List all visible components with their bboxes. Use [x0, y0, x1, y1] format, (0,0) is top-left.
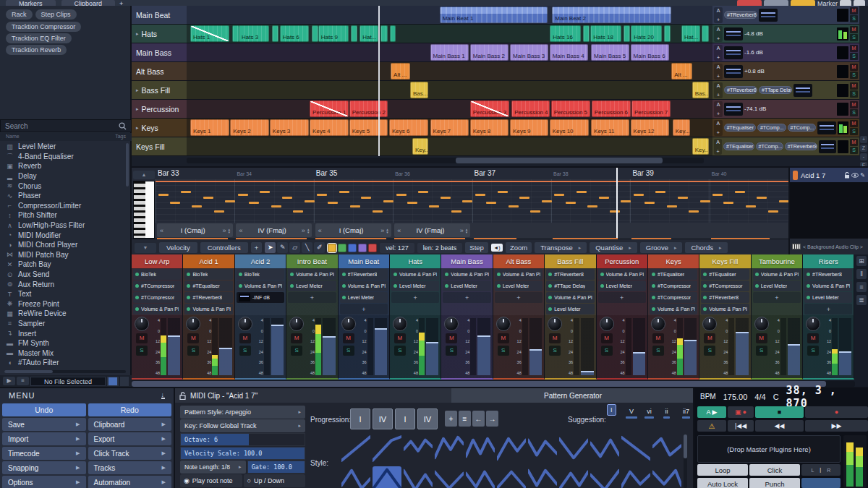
- volume-fader[interactable]: [819, 140, 836, 153]
- progression-button-0[interactable]: +: [445, 411, 457, 427]
- mixer-strip-name[interactable]: Low Arp: [132, 254, 182, 268]
- add-plugin-button[interactable]: +: [717, 74, 720, 79]
- plugin-enabled-dot[interactable]: [703, 296, 707, 299]
- strip-solo-button[interactable]: S: [549, 346, 561, 356]
- midi-note[interactable]: [203, 197, 213, 199]
- add-plugin-row[interactable]: +: [443, 292, 490, 303]
- groove-menu-button[interactable]: Groove▸: [640, 242, 683, 253]
- preview-options-button[interactable]: [120, 377, 129, 386]
- plugin-enabled-dot[interactable]: [755, 273, 759, 276]
- track-header-alt-bass[interactable]: Alt Bass: [132, 62, 187, 81]
- plugin-chip-tequaliser[interactable]: #TEqualiser: [723, 142, 754, 150]
- track-lane-main-beat[interactable]: Main Beat 1Main Beat 2: [187, 6, 712, 25]
- plugin-list-item-aux-send[interactable]: ⊙Aux Send: [0, 270, 127, 280]
- clip-keys-8[interactable]: Keys 8: [470, 119, 509, 136]
- clip-percussion-4[interactable]: Percussion 4: [511, 100, 550, 117]
- strip-volume-fader[interactable]: [633, 318, 645, 375]
- midi-note[interactable]: [181, 191, 191, 193]
- add-plugin-button[interactable]: +: [717, 93, 720, 98]
- volume-fader[interactable]: [759, 9, 778, 22]
- plugin-list-item-patch-bay[interactable]: ✕Patch Bay: [0, 260, 127, 270]
- midi-note[interactable]: [498, 191, 508, 193]
- bar-ruler[interactable]: Bar 33Bar 34Bar 35Bar 36Bar 37Bar 38Bar …: [156, 168, 788, 179]
- strip-mute-button[interactable]: M: [343, 333, 354, 343]
- velocity-scale-field[interactable]: Velocity Scale: 100.0: [180, 447, 305, 460]
- progression-button-2[interactable]: ←: [472, 411, 485, 427]
- strip-plugin-treverber8[interactable]: #TReverber8: [340, 269, 388, 280]
- up-down-radio[interactable]: ○Up / Down: [244, 474, 306, 487]
- quantise-menu-button[interactable]: Quantise▸: [590, 242, 637, 253]
- note-length-selector[interactable]: Note Length: 1/8▸: [180, 461, 246, 474]
- auto-play-button[interactable]: A▶: [697, 406, 726, 418]
- note-length-value[interactable]: len: 2 beats: [417, 243, 463, 253]
- track-lane-keys[interactable]: Keys 1Keys 2Keys 3Keys 4Keys 5Keys 6Keys…: [187, 119, 712, 137]
- velocity-value[interactable]: vel: 127: [380, 243, 414, 253]
- pan-knob[interactable]: [289, 317, 304, 331]
- chord-spinner[interactable]: ▴▾: [386, 228, 388, 234]
- marker-add-button[interactable]: [854, 0, 865, 6]
- add-plugin-button[interactable]: +: [717, 111, 720, 116]
- strip-mute-button[interactable]: M: [239, 333, 251, 343]
- menu-item-export[interactable]: Export▶: [88, 432, 172, 445]
- clip-main-bass-5[interactable]: Main Bass 5: [591, 44, 629, 61]
- midi-note[interactable]: [451, 210, 461, 213]
- strip-mute-button[interactable]: M: [756, 333, 767, 343]
- mixer-strip-name[interactable]: Hats: [390, 254, 441, 268]
- plugin-list-item-text[interactable]: TText: [0, 289, 127, 299]
- plugin-list-item-4-band-equaliser[interactable]: ⌒4-Band Equaliser: [0, 152, 127, 162]
- strip-mute-button[interactable]: M: [136, 333, 148, 343]
- clip-hat[interactable]: Hat...: [681, 25, 700, 42]
- clip-hats-16[interactable]: Hats 16: [550, 25, 581, 42]
- midi-note[interactable]: [238, 194, 248, 196]
- strip-plugin-volume-pan-plugin[interactable]: Volume & Pan Plugin: [495, 269, 542, 280]
- volume-fader[interactable]: [724, 103, 743, 116]
- strip-solo-button[interactable]: S: [704, 346, 715, 356]
- plugin-enabled-dot[interactable]: [703, 307, 707, 311]
- menu-item-redo[interactable]: Redo: [88, 403, 172, 416]
- strip-plugin-tequaliser[interactable]: #TEqualiser: [184, 281, 232, 291]
- strip-solo-button[interactable]: S: [756, 346, 767, 356]
- step-button[interactable]: Step: [465, 242, 488, 253]
- strip-plugin-tcompressor[interactable]: #TCompressor: [650, 292, 697, 303]
- arp-style-tile-3[interactable]: [435, 435, 464, 462]
- mixer-strip-name[interactable]: Percussion: [597, 254, 647, 268]
- edit-icon[interactable]: ✎: [860, 172, 865, 179]
- strip-solo-button[interactable]: S: [239, 346, 251, 356]
- midi-note[interactable]: [192, 205, 202, 207]
- pan-knob[interactable]: [186, 317, 200, 331]
- mixer-scrollbar[interactable]: [132, 381, 855, 387]
- menu-item-automation[interactable]: Automation▶: [88, 476, 172, 488]
- plugin-chip-ttape-delay[interactable]: #TTape Delay: [759, 86, 792, 94]
- piano-roll[interactable]: [156, 179, 788, 223]
- plugin-chip-tcomp[interactable]: #TComp...: [756, 142, 783, 150]
- pan-knob[interactable]: [496, 317, 511, 331]
- master-plugin-drop-zone[interactable]: (Drop Master Plugins Here): [697, 435, 841, 463]
- clip-segment[interactable]: [664, 25, 671, 42]
- midi-playhead[interactable]: [616, 168, 618, 239]
- clip-main-bass-4[interactable]: Main Bass 4: [550, 44, 588, 61]
- strip-plugin-volume-pan-plugin[interactable]: Volume & Pan Plugin: [701, 304, 749, 314]
- strip-plugin-volume-pan-plugin[interactable]: Volume & Pan Plugin: [184, 304, 232, 314]
- midi-note[interactable]: [441, 197, 451, 199]
- plugin-chip-treverber8[interactable]: #TReverber8: [724, 11, 757, 19]
- strip-plugin-volume-pan-plugin[interactable]: Volume & Pan Plugin: [340, 281, 388, 291]
- plugin-list-item-aux-return[interactable]: ⊚Aux Return: [0, 279, 127, 289]
- note-color-swatch-4[interactable]: [368, 244, 377, 252]
- midi-note[interactable]: [644, 202, 655, 204]
- automation-button[interactable]: A: [717, 8, 720, 13]
- mixer-strip-name[interactable]: Acid 2: [235, 254, 286, 268]
- plugin-chip-tequaliser[interactable]: #TEqualiser: [724, 124, 756, 132]
- clip-main-bass-3[interactable]: Main Bass 3: [510, 44, 548, 61]
- mute-button[interactable]: M: [850, 82, 858, 90]
- arp-style-tile-18[interactable]: [559, 466, 588, 488]
- plugin-enabled-dot[interactable]: [652, 296, 655, 299]
- automation-add-buttons[interactable]: A+: [714, 7, 723, 23]
- marker-minus-button[interactable]: [840, 0, 851, 6]
- plugin-enabled-dot[interactable]: [807, 273, 810, 276]
- strip-mute-button[interactable]: M: [394, 333, 406, 343]
- add-plugin-row[interactable]: +: [288, 292, 336, 303]
- audition-speaker-icon[interactable]: ◄): [491, 244, 503, 252]
- plugin-chip-tcomp[interactable]: #TComp...: [757, 124, 786, 132]
- rail-button-[interactable]: -: [860, 153, 867, 160]
- automation-add-buttons[interactable]: A+: [714, 45, 723, 61]
